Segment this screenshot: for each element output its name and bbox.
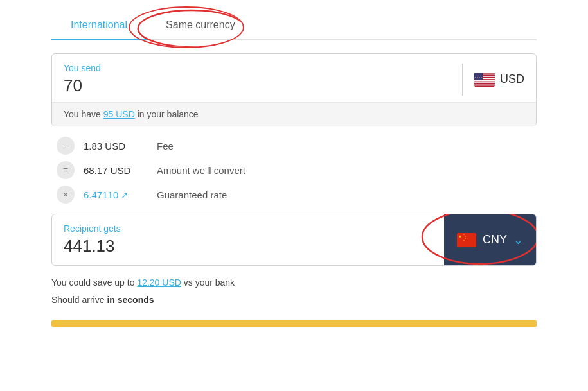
recipient-box: Recipient gets 441.13 CNY ⌄ bbox=[51, 214, 537, 266]
recipient-amount[interactable]: 441.13 bbox=[64, 236, 432, 256]
tab-international-label: International bbox=[71, 19, 127, 30]
convert-icon: = bbox=[57, 161, 75, 179]
usd-flag-icon: ★★★★ ★★★ ★★★★ bbox=[474, 73, 495, 87]
send-box: You send 70 ★★★★ bbox=[51, 53, 537, 126]
fee-icon: − bbox=[57, 137, 75, 155]
currency-selector-usd[interactable]: ★★★★ ★★★ ★★★★ USD bbox=[474, 73, 524, 87]
rate-row: × 6.47110 ↗ Guaranteed rate bbox=[57, 186, 531, 204]
fee-amount: 1.83 USD bbox=[84, 141, 148, 152]
rate-label: Guaranteed rate bbox=[157, 189, 227, 200]
send-amount[interactable]: 70 bbox=[64, 76, 450, 96]
tab-same-currency[interactable]: Same currency bbox=[147, 13, 254, 40]
tab-international[interactable]: International bbox=[51, 13, 147, 40]
balance-prefix: You have bbox=[64, 109, 101, 119]
cny-flag-icon bbox=[457, 233, 476, 247]
send-balance-bar: You have 95 USD in your balance bbox=[52, 102, 536, 126]
rate-icon: × bbox=[57, 186, 75, 204]
svg-rect-6 bbox=[474, 82, 495, 83]
balance-amount[interactable]: 95 USD bbox=[103, 109, 135, 119]
cny-label: CNY bbox=[483, 233, 507, 247]
fee-label: Fee bbox=[157, 141, 174, 152]
rate-arrow-icon: ↗ bbox=[121, 190, 129, 200]
convert-amount: 68.17 USD bbox=[84, 165, 148, 176]
convert-label: Amount we'll convert bbox=[157, 165, 245, 176]
fee-row: − 1.83 USD Fee bbox=[57, 137, 531, 155]
arrive-bold: in seconds bbox=[107, 295, 154, 305]
currency-selector-cny[interactable]: CNY ⌄ bbox=[444, 214, 536, 265]
rate-amount: 6.47110 ↗ bbox=[84, 189, 148, 200]
balance-suffix: in your balance bbox=[138, 109, 199, 119]
recipient-left: Recipient gets 441.13 bbox=[52, 214, 444, 265]
tab-same-currency-label: Same currency bbox=[166, 19, 235, 30]
arrive-info: Should arrive in seconds bbox=[51, 293, 537, 307]
svg-rect-20 bbox=[457, 233, 476, 247]
svg-rect-5 bbox=[474, 80, 495, 81]
convert-row: = 68.17 USD Amount we'll convert bbox=[57, 161, 531, 179]
usd-label: USD bbox=[500, 73, 524, 86]
chevron-down-icon: ⌄ bbox=[513, 233, 523, 247]
save-amount-link[interactable]: 12.20 USD bbox=[137, 277, 181, 288]
breakdown-section: − 1.83 USD Fee = 68.17 USD Amount we'll … bbox=[51, 137, 537, 204]
save-info: You could save up to 12.20 USD vs your b… bbox=[51, 276, 537, 290]
svg-rect-7 bbox=[474, 84, 495, 85]
recipient-label: Recipient gets bbox=[64, 223, 432, 234]
send-divider bbox=[462, 64, 463, 96]
send-label: You send bbox=[64, 63, 450, 73]
tabs-container: International Same currency bbox=[51, 13, 537, 40]
bottom-bar bbox=[51, 320, 537, 327]
send-label-area: You send 70 bbox=[64, 63, 450, 96]
